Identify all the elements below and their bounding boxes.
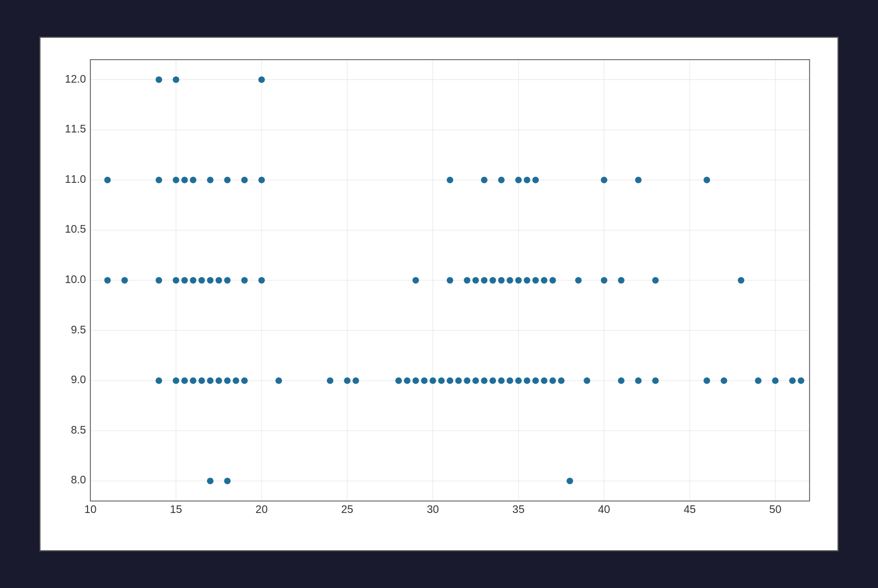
svg-point-130 [789,377,796,384]
svg-text:12.0: 12.0 [65,73,86,85]
svg-point-53 [524,177,530,183]
svg-text:40: 40 [598,503,610,515]
svg-point-49 [447,177,453,183]
svg-point-93 [207,377,213,384]
svg-point-77 [507,277,513,284]
svg-point-131 [798,377,804,384]
svg-point-80 [532,277,539,284]
svg-point-58 [104,277,111,284]
svg-text:11.5: 11.5 [65,123,86,135]
svg-point-120 [550,377,556,384]
svg-point-44 [207,177,213,183]
svg-point-83 [575,277,582,284]
svg-point-63 [190,277,197,284]
svg-point-110 [464,377,470,384]
svg-point-65 [207,277,213,284]
svg-point-115 [507,377,513,384]
svg-text:10.5: 10.5 [65,223,86,235]
svg-point-73 [472,277,479,284]
svg-text:10: 10 [84,503,96,515]
svg-text:10.0: 10.0 [65,273,86,285]
svg-point-84 [601,277,608,284]
svg-point-133 [224,478,230,485]
svg-text:30: 30 [427,503,439,515]
svg-point-122 [584,377,590,384]
svg-point-45 [181,177,188,183]
svg-point-127 [721,377,727,384]
svg-point-112 [481,377,488,384]
svg-point-48 [258,177,265,183]
svg-point-68 [241,277,248,284]
svg-point-66 [216,277,222,284]
svg-point-54 [532,177,539,183]
svg-point-89 [173,377,180,384]
svg-text:35: 35 [512,503,524,515]
svg-text:9.0: 9.0 [71,373,86,385]
svg-point-75 [489,277,496,284]
svg-point-39 [173,77,180,83]
svg-point-87 [738,277,744,284]
svg-point-56 [635,177,642,183]
svg-point-109 [455,377,462,384]
svg-text:8.5: 8.5 [71,424,86,436]
svg-point-132 [207,478,213,485]
svg-point-134 [567,478,573,485]
chart-container: 8.08.59.09.510.010.511.011.512.010152025… [39,37,839,551]
svg-point-96 [233,377,239,384]
svg-point-60 [155,277,162,284]
svg-point-113 [489,377,496,384]
svg-point-70 [413,277,419,284]
svg-point-38 [155,77,162,83]
svg-point-106 [430,377,436,384]
svg-point-41 [155,177,162,183]
svg-point-97 [241,377,248,384]
svg-point-69 [258,277,265,284]
svg-point-40 [258,77,265,83]
svg-point-95 [224,377,230,384]
svg-text:45: 45 [684,503,696,515]
svg-point-82 [550,277,556,284]
svg-point-59 [122,277,128,284]
svg-point-119 [541,377,547,384]
svg-point-108 [447,377,453,384]
svg-point-126 [703,377,710,384]
svg-point-103 [404,377,411,384]
svg-point-116 [515,377,522,384]
svg-point-72 [464,277,470,284]
svg-point-125 [652,377,658,384]
svg-point-107 [438,377,444,384]
svg-point-101 [353,377,359,384]
svg-point-129 [772,377,778,384]
svg-text:9.5: 9.5 [71,324,86,336]
svg-text:20: 20 [256,503,268,515]
svg-point-105 [421,377,428,384]
svg-point-128 [755,377,761,384]
svg-point-85 [618,277,625,284]
svg-text:15: 15 [170,503,182,515]
svg-point-104 [413,377,419,384]
svg-point-67 [224,277,230,284]
svg-point-43 [190,177,197,183]
svg-point-78 [515,277,522,284]
plot-area: 8.08.59.09.510.010.511.011.512.010152025… [84,49,827,517]
svg-point-88 [155,377,162,384]
svg-point-57 [703,177,710,183]
svg-point-121 [558,377,564,384]
svg-point-114 [498,377,505,384]
svg-point-37 [104,177,111,183]
svg-point-90 [181,377,188,384]
scatter-plot-svg: 8.08.59.09.510.010.511.011.512.010152025… [84,49,827,517]
svg-point-118 [532,377,539,384]
svg-text:8.0: 8.0 [71,474,86,486]
svg-point-117 [524,377,530,384]
svg-point-99 [327,377,333,384]
svg-point-55 [601,177,608,183]
svg-point-94 [216,377,222,384]
svg-point-42 [173,177,180,183]
svg-point-100 [344,377,350,384]
svg-point-81 [541,277,547,284]
svg-point-98 [275,377,282,384]
svg-point-47 [241,177,248,183]
svg-point-79 [524,277,530,284]
svg-point-74 [481,277,488,284]
